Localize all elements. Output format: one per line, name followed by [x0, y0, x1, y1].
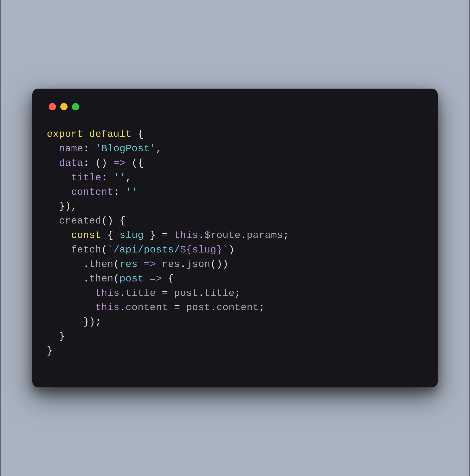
brace-close: } [47, 345, 53, 357]
keyword-default: default [89, 129, 132, 140]
brace-open: { [138, 129, 144, 140]
arrow: => [113, 158, 125, 169]
colon: : [83, 143, 89, 154]
interp-close: } [217, 244, 222, 255]
dot: . [180, 259, 186, 270]
prop-title: title [71, 172, 101, 183]
paren-open: ( [132, 158, 138, 169]
paren-open: ( [101, 244, 107, 255]
code-block: export default { name: 'BlogPost', data:… [47, 127, 423, 358]
prop-content: content [71, 187, 113, 198]
keyword-this: this [174, 230, 198, 241]
prop-route: $route [204, 230, 241, 241]
paren-close: ) [89, 316, 95, 327]
arrow: => [144, 259, 156, 270]
string-blogpost: 'BlogPost' [95, 143, 156, 154]
paren-close: ) [65, 201, 71, 212]
brace-close: } [59, 201, 65, 212]
prop-content: content [125, 302, 168, 313]
paren-close: ) [222, 259, 229, 270]
prop-title: title [125, 288, 156, 299]
dot: . [210, 302, 217, 313]
dot: . [198, 230, 204, 241]
paren-close: ) [107, 215, 113, 226]
id-post: post [119, 273, 144, 284]
method-then: then [89, 259, 113, 270]
id-slug: slug [119, 230, 144, 241]
paren-open: ( [113, 273, 119, 284]
prop-params: params [247, 230, 283, 241]
keyword-export: export [47, 129, 83, 140]
semi: ; [259, 302, 265, 313]
template-suffix: ` [222, 244, 229, 255]
brace-close: } [83, 316, 89, 327]
id-post: post [186, 302, 210, 313]
paren-open: ( [113, 259, 119, 270]
id-post: post [174, 288, 198, 299]
string-empty: '' [125, 187, 137, 198]
dot: . [241, 230, 247, 241]
comma: , [156, 143, 162, 154]
close-icon[interactable] [49, 103, 56, 110]
paren-close: ) [217, 259, 222, 270]
eq: = [162, 288, 168, 299]
traffic-lights [49, 103, 423, 110]
paren-close: ) [229, 244, 235, 255]
eq: = [162, 230, 168, 241]
method-created: created [59, 215, 101, 226]
id-fetch: fetch [71, 244, 101, 255]
maximize-icon[interactable] [72, 103, 79, 110]
template-prefix: `/api/posts/ [107, 244, 180, 255]
comma: , [71, 201, 77, 212]
interp-open: ${ [180, 244, 192, 255]
paren-open: ( [210, 259, 217, 270]
brace-close: } [59, 331, 65, 342]
prop-data: data [59, 158, 83, 169]
method-json: json [186, 259, 210, 270]
semi: ; [95, 316, 101, 327]
paren-open: ( [95, 158, 101, 169]
code-window: export default { name: 'BlogPost', data:… [32, 89, 438, 387]
eq: = [174, 302, 180, 313]
prop-content: content [217, 302, 259, 313]
brace-open: { [119, 215, 125, 226]
id-res: res [162, 259, 180, 270]
dot: . [198, 288, 204, 299]
method-then: then [89, 273, 113, 284]
id-res: res [119, 259, 137, 270]
prop-name: name [59, 143, 83, 154]
semi: ; [235, 288, 241, 299]
keyword-const: const [71, 230, 101, 241]
brace-open: { [168, 273, 174, 284]
minimize-icon[interactable] [60, 103, 67, 110]
colon: : [113, 187, 119, 198]
keyword-this: this [95, 288, 119, 299]
colon: : [83, 158, 89, 169]
prop-title: title [204, 288, 235, 299]
dot: . [83, 259, 89, 270]
dot: . [119, 302, 125, 313]
brace-close: } [150, 230, 156, 241]
paren-close: ) [101, 158, 107, 169]
arrow: => [150, 273, 162, 284]
string-empty: '' [113, 172, 125, 183]
dot: . [83, 273, 89, 284]
brace-open: { [107, 230, 113, 241]
keyword-this: this [95, 302, 119, 313]
brace-open: { [138, 158, 144, 169]
semi: ; [283, 230, 289, 241]
dot: . [119, 288, 125, 299]
comma: , [125, 172, 132, 183]
colon: : [101, 172, 107, 183]
interp-var: slug [192, 244, 217, 255]
paren-open: ( [101, 215, 107, 226]
